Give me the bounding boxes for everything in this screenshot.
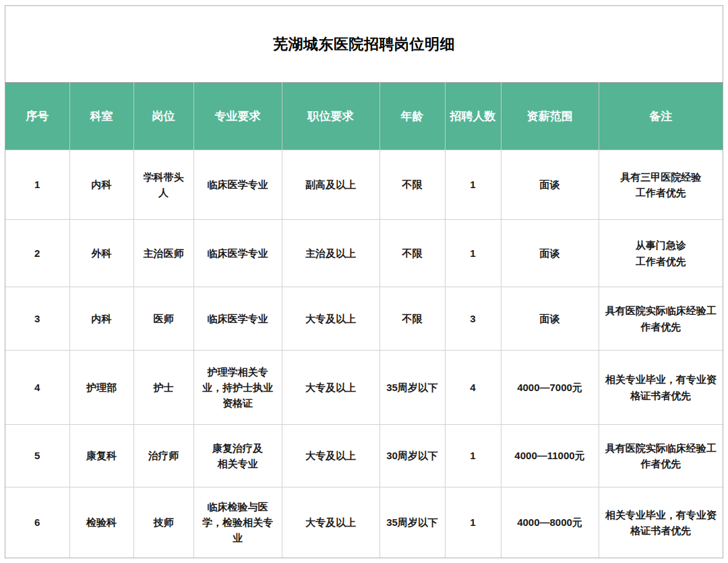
column-header-remarks: 备注 <box>599 83 723 150</box>
cell-row2-remarks: 从事门急诊 工作者优先 <box>599 220 723 287</box>
page-title: 芜湖城东医院招聘岗位明细 <box>5 6 723 82</box>
cell-row1-position: 学科带头人 <box>133 150 193 220</box>
cell-row2-age: 不限 <box>380 220 445 287</box>
cell-row6-index: 6 <box>5 487 69 558</box>
cell-row2-rank-requirement: 主治及以上 <box>282 220 380 287</box>
cell-row4-position: 护士 <box>133 351 193 425</box>
table-row: 6检验科技师临床检验与医学，检验相关专业大专及以上35周岁以下14000—800… <box>5 487 723 558</box>
cell-row2-salary-range: 面谈 <box>501 220 599 287</box>
cell-row1-remarks: 具有三甲医院经验 工作者优先 <box>599 150 723 220</box>
cell-row1-salary-range: 面谈 <box>501 150 599 220</box>
column-header-age: 年龄 <box>380 83 445 150</box>
column-header-index: 序号 <box>5 83 69 150</box>
cell-row2-position: 主治医师 <box>133 220 193 287</box>
cell-row4-index: 4 <box>5 351 69 425</box>
cell-row5-age: 30周岁以下 <box>380 425 445 487</box>
table-row: 4护理部护士护理学相关专业，持护士执业资格证大专及以上35周岁以下44000—7… <box>5 351 723 425</box>
cell-row6-major-requirement: 临床检验与医学，检验相关专业 <box>193 487 282 558</box>
cell-row3-rank-requirement: 大专及以上 <box>282 287 380 351</box>
table-row: 2外科主治医师临床医学专业主治及以上不限1面谈从事门急诊 工作者优先 <box>5 220 723 287</box>
cell-row4-salary-range: 4000—7000元 <box>501 351 599 425</box>
cell-row1-age: 不限 <box>380 150 445 220</box>
cell-row1-rank-requirement: 副高及以上 <box>282 150 380 220</box>
column-header-headcount: 招聘人数 <box>445 83 501 150</box>
table-header-row: 序号科室岗位专业要求职位要求年龄招聘人数资薪范围备注 <box>5 83 723 150</box>
cell-row3-major-requirement: 临床医学专业 <box>193 287 282 351</box>
column-header-position: 岗位 <box>133 83 193 150</box>
cell-row2-index: 2 <box>5 220 69 287</box>
cell-row5-index: 5 <box>5 425 69 487</box>
cell-row2-major-requirement: 临床医学专业 <box>193 220 282 287</box>
cell-row3-headcount: 3 <box>445 287 501 351</box>
cell-row6-salary-range: 4000—8000元 <box>501 487 599 558</box>
cell-row6-remarks: 相关专业毕业，有专业资格证书者优先 <box>599 487 723 558</box>
cell-row3-position: 医师 <box>133 287 193 351</box>
cell-row5-rank-requirement: 大专及以上 <box>282 425 380 487</box>
cell-row4-headcount: 4 <box>445 351 501 425</box>
cell-row3-remarks: 具有医院实际临床经验工作者优先 <box>599 287 723 351</box>
cell-row6-department: 检验科 <box>69 487 133 558</box>
cell-row4-remarks: 相关专业毕业，有专业资格证书者优先 <box>599 351 723 425</box>
cell-row4-rank-requirement: 大专及以上 <box>282 351 380 425</box>
table-row: 1内科学科带头人临床医学专业副高及以上不限1面谈具有三甲医院经验 工作者优先 <box>5 150 723 220</box>
column-header-rank-requirement: 职位要求 <box>282 83 380 150</box>
cell-row2-headcount: 1 <box>445 220 501 287</box>
cell-row5-headcount: 1 <box>445 425 501 487</box>
cell-row6-rank-requirement: 大专及以上 <box>282 487 380 558</box>
cell-row5-remarks: 具有医院实际临床经验工作者优先 <box>599 425 723 487</box>
cell-row4-department: 护理部 <box>69 351 133 425</box>
recruitment-sheet: 芜湖城东医院招聘岗位明细 序号科室岗位专业要求职位要求年龄招聘人数资薪范围备注 … <box>5 5 723 558</box>
column-header-department: 科室 <box>69 83 133 150</box>
table-row: 3内科医师临床医学专业大专及以上不限3面谈具有医院实际临床经验工作者优先 <box>5 287 723 351</box>
cell-row5-department: 康复科 <box>69 425 133 487</box>
cell-row5-salary-range: 4000—11000元 <box>501 425 599 487</box>
cell-row5-position: 治疗师 <box>133 425 193 487</box>
cell-row3-department: 内科 <box>69 287 133 351</box>
cell-row1-index: 1 <box>5 150 69 220</box>
cell-row6-position: 技师 <box>133 487 193 558</box>
cell-row5-major-requirement: 康复治疗及 相关专业 <box>193 425 282 487</box>
cell-row3-age: 不限 <box>380 287 445 351</box>
cell-row6-headcount: 1 <box>445 487 501 558</box>
cell-row2-department: 外科 <box>69 220 133 287</box>
cell-row1-headcount: 1 <box>445 150 501 220</box>
cell-row1-department: 内科 <box>69 150 133 220</box>
cell-row4-age: 35周岁以下 <box>380 351 445 425</box>
cell-row6-age: 35周岁以下 <box>380 487 445 558</box>
recruitment-table: 序号科室岗位专业要求职位要求年龄招聘人数资薪范围备注 1内科学科带头人临床医学专… <box>5 82 723 558</box>
cell-row4-major-requirement: 护理学相关专业，持护士执业资格证 <box>193 351 282 425</box>
column-header-major-requirement: 专业要求 <box>193 83 282 150</box>
cell-row3-salary-range: 面谈 <box>501 287 599 351</box>
cell-row1-major-requirement: 临床医学专业 <box>193 150 282 220</box>
column-header-salary-range: 资薪范围 <box>501 83 599 150</box>
cell-row3-index: 3 <box>5 287 69 351</box>
table-row: 5康复科治疗师康复治疗及 相关专业大专及以上30周岁以下14000—11000元… <box>5 425 723 487</box>
